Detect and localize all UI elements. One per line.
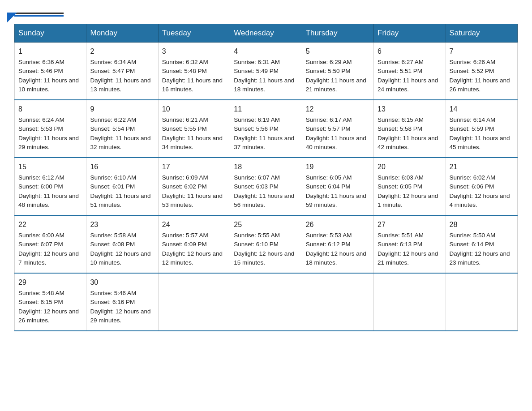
sunrise-text: Sunrise: 5:46 AM — [90, 290, 136, 296]
daylight-text: Daylight: 12 hours and 4 minutes. — [450, 193, 510, 208]
day-number: 13 — [378, 104, 442, 115]
daylight-text: Daylight: 11 hours and 45 minutes. — [450, 135, 510, 150]
logo-triangle-icon — [7, 13, 17, 22]
day-number: 30 — [90, 277, 154, 288]
calendar-week-row: 22 Sunrise: 6:00 AM Sunset: 6:07 PM Dayl… — [15, 215, 518, 273]
day-number: 15 — [18, 162, 82, 172]
calendar-day-cell: 19 Sunrise: 6:05 AM Sunset: 6:04 PM Dayl… — [302, 158, 373, 215]
page-header — [14, 11, 518, 17]
calendar-day-cell: 13 Sunrise: 6:15 AM Sunset: 5:58 PM Dayl… — [374, 100, 446, 158]
calendar-header-row: Sunday Monday Tuesday Wednesday Thursday… — [15, 24, 518, 43]
day-number: 10 — [162, 104, 226, 115]
sunset-text: Sunset: 6:16 PM — [90, 299, 135, 305]
day-number: 27 — [378, 219, 442, 230]
calendar-day-cell: 15 Sunrise: 6:12 AM Sunset: 6:00 PM Dayl… — [15, 158, 86, 215]
sunrise-text: Sunrise: 6:17 AM — [306, 116, 352, 123]
calendar-day-cell — [302, 273, 373, 331]
sunset-text: Sunset: 5:51 PM — [378, 68, 422, 74]
calendar-day-cell: 28 Sunrise: 5:50 AM Sunset: 6:14 PM Dayl… — [446, 215, 517, 273]
calendar-day-cell: 12 Sunrise: 6:17 AM Sunset: 5:57 PM Dayl… — [302, 100, 373, 158]
calendar-day-cell: 20 Sunrise: 6:03 AM Sunset: 6:05 PM Dayl… — [374, 158, 446, 215]
col-sunday: Sunday — [15, 24, 86, 43]
daylight-text: Daylight: 12 hours and 15 minutes. — [234, 250, 294, 266]
sunset-text: Sunset: 6:15 PM — [18, 299, 63, 305]
sunset-text: Sunset: 6:14 PM — [450, 241, 494, 248]
daylight-text: Daylight: 11 hours and 26 minutes. — [450, 77, 510, 93]
calendar-week-row: 29 Sunrise: 5:48 AM Sunset: 6:15 PM Dayl… — [15, 273, 518, 331]
daylight-text: Daylight: 11 hours and 21 minutes. — [306, 77, 366, 93]
sunset-text: Sunset: 6:05 PM — [378, 183, 422, 190]
day-number: 23 — [90, 219, 154, 230]
sunrise-text: Sunrise: 6:29 AM — [306, 59, 352, 65]
sunset-text: Sunset: 5:54 PM — [90, 125, 135, 132]
day-number: 28 — [450, 219, 514, 230]
calendar-day-cell: 9 Sunrise: 6:22 AM Sunset: 5:54 PM Dayli… — [86, 100, 158, 158]
calendar-day-cell: 7 Sunrise: 6:26 AM Sunset: 5:52 PM Dayli… — [446, 43, 517, 100]
daylight-text: Daylight: 11 hours and 42 minutes. — [378, 135, 438, 150]
calendar-day-cell: 23 Sunrise: 5:58 AM Sunset: 6:08 PM Dayl… — [86, 215, 158, 273]
day-number: 5 — [306, 46, 370, 57]
col-monday: Monday — [86, 24, 158, 43]
daylight-text: Daylight: 12 hours and 21 minutes. — [378, 250, 438, 266]
sunrise-text: Sunrise: 6:24 AM — [18, 116, 64, 123]
sunrise-text: Sunrise: 6:00 AM — [18, 232, 64, 239]
calendar-week-row: 15 Sunrise: 6:12 AM Sunset: 6:00 PM Dayl… — [15, 158, 518, 215]
sunrise-text: Sunrise: 5:48 AM — [18, 290, 64, 296]
sunrise-text: Sunrise: 6:34 AM — [90, 59, 136, 65]
sunset-text: Sunset: 6:08 PM — [90, 241, 135, 248]
sunrise-text: Sunrise: 6:05 AM — [306, 174, 352, 181]
calendar-day-cell: 3 Sunrise: 6:32 AM Sunset: 5:48 PM Dayli… — [158, 43, 230, 100]
day-number: 25 — [234, 219, 298, 230]
sunset-text: Sunset: 6:12 PM — [306, 241, 351, 248]
sunrise-text: Sunrise: 5:51 AM — [378, 232, 424, 239]
sunrise-text: Sunrise: 6:22 AM — [90, 116, 136, 123]
sunrise-text: Sunrise: 6:26 AM — [450, 59, 496, 65]
daylight-text: Daylight: 12 hours and 1 minute. — [378, 193, 438, 208]
day-number: 17 — [162, 162, 226, 172]
calendar-day-cell: 6 Sunrise: 6:27 AM Sunset: 5:51 PM Dayli… — [374, 43, 446, 100]
calendar-day-cell: 11 Sunrise: 6:19 AM Sunset: 5:56 PM Dayl… — [230, 100, 302, 158]
daylight-text: Daylight: 11 hours and 29 minutes. — [18, 135, 79, 150]
sunrise-text: Sunrise: 5:58 AM — [90, 232, 136, 239]
calendar-table: Sunday Monday Tuesday Wednesday Thursday… — [14, 24, 518, 331]
calendar-day-cell — [446, 273, 517, 331]
sunrise-text: Sunrise: 6:36 AM — [18, 59, 64, 65]
sunset-text: Sunset: 6:00 PM — [18, 183, 63, 190]
sunset-text: Sunset: 6:04 PM — [306, 183, 351, 190]
day-number: 9 — [90, 104, 154, 115]
calendar-day-cell: 25 Sunrise: 5:55 AM Sunset: 6:10 PM Dayl… — [230, 215, 302, 273]
day-number: 29 — [18, 277, 82, 288]
sunset-text: Sunset: 6:02 PM — [162, 183, 207, 190]
sunrise-text: Sunrise: 5:55 AM — [234, 232, 280, 239]
daylight-text: Daylight: 12 hours and 23 minutes. — [450, 250, 510, 266]
sunrise-text: Sunrise: 5:50 AM — [450, 232, 496, 239]
day-number: 1 — [18, 46, 82, 57]
sunrise-text: Sunrise: 6:27 AM — [378, 59, 424, 65]
calendar-week-row: 8 Sunrise: 6:24 AM Sunset: 5:53 PM Dayli… — [15, 100, 518, 158]
calendar-day-cell — [158, 273, 230, 331]
day-number: 16 — [90, 162, 154, 172]
sunset-text: Sunset: 5:59 PM — [450, 125, 494, 132]
sunset-text: Sunset: 5:57 PM — [306, 125, 351, 132]
sunset-text: Sunset: 5:48 PM — [162, 68, 207, 74]
daylight-text: Daylight: 12 hours and 7 minutes. — [18, 250, 79, 266]
day-number: 12 — [306, 104, 370, 115]
sunrise-text: Sunrise: 6:32 AM — [162, 59, 208, 65]
day-number: 8 — [18, 104, 82, 115]
daylight-text: Daylight: 12 hours and 29 minutes. — [90, 308, 150, 324]
calendar-day-cell: 24 Sunrise: 5:57 AM Sunset: 6:09 PM Dayl… — [158, 215, 230, 273]
day-number: 22 — [18, 219, 82, 230]
sunset-text: Sunset: 5:55 PM — [162, 125, 207, 132]
calendar-day-cell: 10 Sunrise: 6:21 AM Sunset: 5:55 PM Dayl… — [158, 100, 230, 158]
daylight-text: Daylight: 11 hours and 59 minutes. — [306, 193, 366, 208]
day-number: 18 — [234, 162, 298, 172]
day-number: 19 — [306, 162, 370, 172]
col-saturday: Saturday — [446, 24, 517, 43]
svg-marker-0 — [7, 13, 17, 22]
daylight-text: Daylight: 12 hours and 12 minutes. — [162, 250, 223, 266]
daylight-text: Daylight: 11 hours and 48 minutes. — [18, 193, 79, 208]
daylight-text: Daylight: 11 hours and 10 minutes. — [18, 77, 79, 93]
col-friday: Friday — [374, 24, 446, 43]
logo — [14, 11, 64, 17]
sunrise-text: Sunrise: 6:09 AM — [162, 174, 208, 181]
